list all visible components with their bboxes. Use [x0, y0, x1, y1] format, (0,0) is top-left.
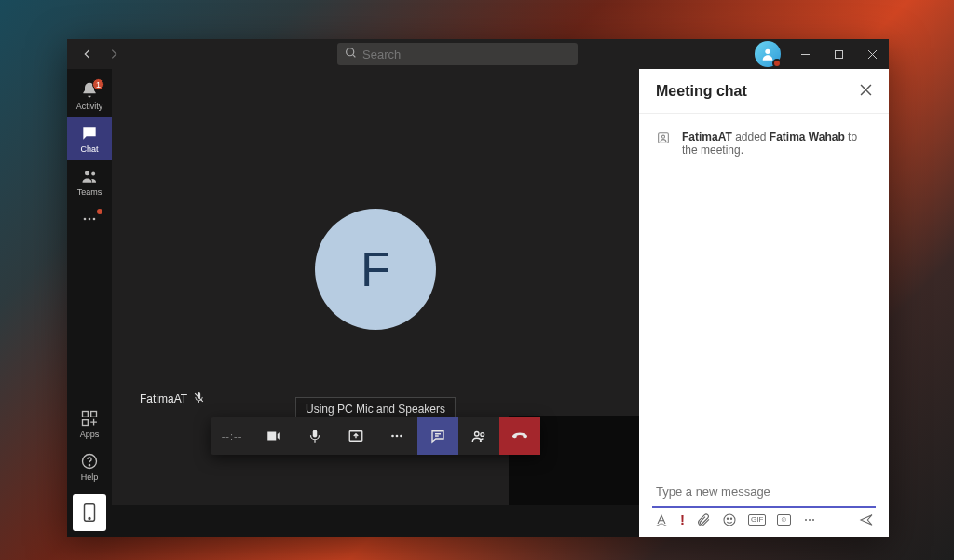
participant-name: FatimaAT — [140, 392, 187, 405]
rail-label: Teams — [77, 187, 102, 197]
chat-toggle-button[interactable] — [417, 417, 458, 455]
search-input[interactable] — [362, 48, 570, 61]
rail-label: Activity — [76, 102, 103, 111]
svg-point-23 — [724, 514, 735, 526]
video-area: F FatimaAT Using PC Mic and Speakers --:… — [112, 69, 639, 505]
svg-point-17 — [396, 435, 399, 438]
gif-button[interactable]: GIF — [748, 514, 766, 526]
svg-rect-9 — [91, 412, 97, 417]
back-button[interactable] — [78, 45, 97, 63]
chat-title: Meeting chat — [656, 83, 747, 100]
call-controls: --:-- — [211, 417, 540, 455]
left-rail: Activity 1 Chat Teams Apps He — [67, 69, 112, 537]
rail-help[interactable]: Help — [67, 445, 112, 488]
minimize-button[interactable] — [788, 39, 822, 69]
svg-point-6 — [89, 218, 91, 221]
system-message-text: FatimaAT added Fatima Wahab to the meeti… — [682, 130, 872, 157]
chat-header: Meeting chat — [639, 69, 889, 114]
maximize-button[interactable] — [822, 39, 855, 69]
activity-badge: 1 — [92, 78, 104, 90]
svg-point-18 — [400, 435, 402, 438]
person-add-icon — [656, 130, 673, 157]
chat-message-list: FatimaAT added Fatima Wahab to the meeti… — [639, 114, 889, 470]
titlebar — [67, 39, 889, 69]
search-icon — [345, 46, 357, 62]
svg-point-26 — [805, 519, 807, 521]
sticker-button[interactable]: ☺ — [777, 514, 790, 526]
rail-more[interactable] — [67, 203, 112, 235]
svg-rect-2 — [835, 50, 842, 58]
camera-button[interactable] — [253, 417, 294, 455]
svg-rect-10 — [83, 420, 89, 426]
svg-point-19 — [475, 432, 480, 437]
presence-busy-icon — [772, 59, 782, 68]
avatar-initial: F — [361, 241, 390, 297]
call-stage: F FatimaAT Using PC Mic and Speakers --:… — [112, 69, 639, 537]
participant-avatar: F — [315, 209, 436, 330]
svg-point-1 — [765, 49, 770, 54]
stage-bottom-bar — [112, 505, 639, 537]
svg-point-0 — [347, 48, 354, 56]
svg-point-20 — [481, 433, 484, 437]
rail-device-button[interactable] — [73, 494, 106, 531]
compose-toolbar: ! GIF ☺ — [652, 508, 876, 529]
more-compose-button[interactable] — [802, 512, 817, 527]
svg-point-4 — [91, 172, 95, 176]
system-message: FatimaAT added Fatima Wahab to the meeti… — [656, 130, 872, 157]
history-nav — [67, 45, 130, 63]
hangup-button[interactable] — [499, 417, 540, 455]
mic-button[interactable] — [294, 417, 335, 455]
svg-point-22 — [661, 135, 664, 138]
share-button[interactable] — [335, 417, 376, 455]
message-input[interactable] — [652, 477, 876, 508]
svg-point-28 — [812, 519, 814, 521]
svg-point-12 — [89, 465, 89, 466]
svg-point-7 — [93, 218, 96, 221]
profile-button[interactable] — [755, 41, 781, 67]
priority-button[interactable]: ! — [680, 512, 685, 527]
svg-rect-8 — [83, 412, 89, 417]
svg-point-24 — [727, 518, 728, 519]
rail-apps[interactable]: Apps — [67, 403, 112, 445]
close-button[interactable] — [855, 39, 889, 69]
rail-label: Help — [81, 472, 99, 482]
rail-label: Apps — [80, 430, 100, 439]
window-controls — [788, 39, 889, 69]
compose-area: ! GIF ☺ — [639, 470, 889, 537]
forward-button[interactable] — [104, 45, 123, 63]
svg-point-27 — [809, 519, 811, 521]
mic-muted-icon — [193, 391, 205, 406]
rail-teams[interactable]: Teams — [67, 160, 112, 203]
notification-dot-icon — [97, 209, 102, 214]
rail-chat[interactable]: Chat — [67, 117, 112, 160]
emoji-button[interactable] — [722, 512, 737, 527]
rail-activity[interactable]: Activity 1 — [67, 75, 112, 117]
format-button[interactable] — [654, 512, 669, 527]
rail-label: Chat — [80, 144, 98, 154]
meeting-chat-panel: Meeting chat FatimaAT added Fatima Wahab… — [639, 69, 889, 537]
svg-point-3 — [85, 171, 89, 175]
more-actions-button[interactable] — [376, 417, 417, 455]
search-box[interactable] — [337, 43, 578, 65]
app-window: Activity 1 Chat Teams Apps He — [67, 39, 889, 537]
participant-tag: FatimaAT — [140, 391, 205, 406]
svg-point-16 — [391, 435, 394, 438]
send-button[interactable] — [859, 512, 874, 527]
svg-point-14 — [89, 518, 90, 520]
attach-button[interactable] — [696, 512, 711, 527]
svg-point-25 — [730, 518, 731, 519]
chat-close-button[interactable] — [860, 83, 872, 100]
participants-button[interactable] — [458, 417, 499, 455]
svg-point-5 — [84, 218, 87, 221]
call-duration: --:-- — [211, 417, 253, 455]
